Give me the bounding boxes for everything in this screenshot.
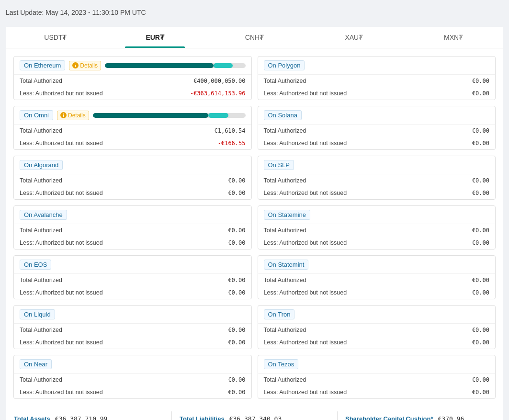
- row-label: Less: Authorized but not issued: [264, 190, 347, 196]
- chain-header-liquid: On Liquid: [14, 306, 251, 324]
- progress-fill-dark: [105, 63, 214, 68]
- row-value: €400,000,050.00: [193, 78, 245, 84]
- chain-row-ethereum-1: Less: Authorized but not issued-€363,614…: [14, 87, 251, 100]
- chain-label-algorand: On Algorand: [20, 160, 63, 170]
- chain-row-statemine-0: Total Authorized€0.00: [258, 224, 496, 237]
- row-value: €0.00: [472, 78, 489, 84]
- row-label: Less: Authorized but not issued: [20, 239, 103, 246]
- chain-card-slp: On SLPTotal Authorized€0.00Less: Authori…: [258, 156, 496, 200]
- progress-fill-dark: [93, 113, 208, 118]
- chain-card-statemint: On StatemintTotal Authorized€0.00Less: A…: [258, 255, 496, 299]
- row-value: €0.00: [228, 227, 245, 234]
- chain-label-liquid: On Liquid: [20, 309, 55, 319]
- footer-total-liabilities: Total Liabilities €36,387,340.03: [180, 415, 329, 420]
- row-value: -€363,614,153.96: [190, 90, 246, 97]
- row-label: Less: Authorized but not issued: [264, 289, 347, 296]
- left-column: On EthereumiDetailsTotal Authorized€400,…: [13, 56, 252, 399]
- total-liabilities-label: Total Liabilities: [180, 415, 225, 420]
- chain-row-ethereum-0: Total Authorized€400,000,050.00: [14, 75, 251, 87]
- row-value: €0.00: [472, 177, 489, 184]
- progress-fill-light: [214, 63, 233, 68]
- row-label: Total Authorized: [20, 376, 62, 383]
- row-label: Total Authorized: [20, 127, 62, 134]
- chain-card-statemine: On StatemineTotal Authorized€0.00Less: A…: [258, 205, 496, 250]
- chain-header-statemint: On Statemint: [258, 256, 496, 274]
- chain-header-avalanche: On Avalanche: [14, 206, 251, 224]
- chain-row-omni-1: Less: Authorized but not issued-€166.55: [14, 137, 251, 149]
- footer-divider-2: [337, 411, 338, 420]
- chain-row-tezos-1: Less: Authorized but not issued€0.00: [258, 386, 496, 398]
- tab-xaut[interactable]: XAU₮: [304, 27, 404, 48]
- tab-mxnt[interactable]: MXN₮: [404, 27, 503, 48]
- row-label: Total Authorized: [264, 327, 306, 333]
- row-value: €0.00: [472, 140, 489, 147]
- tab-usdt[interactable]: USDT₮: [6, 27, 105, 48]
- chain-row-liquid-0: Total Authorized€0.00: [14, 324, 251, 336]
- row-value: €0.00: [228, 277, 245, 284]
- chain-row-polygon-0: Total Authorized€0.00: [258, 75, 496, 87]
- chain-card-near: On NearTotal Authorized€0.00Less: Author…: [13, 355, 252, 399]
- row-label: Less: Authorized but not issued: [20, 289, 103, 296]
- row-label: Total Authorized: [20, 78, 62, 84]
- chain-header-eos: On EOS: [14, 256, 251, 274]
- chain-label-slp: On SLP: [264, 160, 294, 170]
- right-column: On PolygonTotal Authorized€0.00Less: Aut…: [258, 56, 496, 399]
- content-area: On EthereumiDetailsTotal Authorized€400,…: [6, 48, 503, 407]
- chain-header-algorand: On Algorand: [14, 156, 251, 174]
- chain-row-near-0: Total Authorized€0.00: [14, 374, 251, 386]
- chain-card-liquid: On LiquidTotal Authorized€0.00Less: Auth…: [13, 305, 252, 349]
- chain-row-tron-1: Less: Authorized but not issued€0.00: [258, 336, 496, 349]
- row-value: €0.00: [228, 239, 245, 246]
- details-text: Details: [68, 112, 86, 119]
- row-label: Total Authorized: [264, 277, 306, 284]
- progress-fill-light: [208, 113, 229, 118]
- chain-row-slp-1: Less: Authorized but not issued€0.00: [258, 187, 496, 199]
- row-value: €0.00: [472, 339, 489, 346]
- chain-label-statemint: On Statemint: [264, 260, 309, 270]
- chain-row-eos-1: Less: Authorized but not issued€0.00: [14, 286, 251, 299]
- info-icon: i: [60, 112, 67, 118]
- chain-row-algorand-1: Less: Authorized but not issued€0.00: [14, 187, 251, 199]
- row-label: Total Authorized: [20, 277, 62, 284]
- chain-row-omni-0: Total Authorized€1,610.54: [14, 125, 251, 137]
- chain-row-near-1: Less: Authorized but not issued€0.00: [14, 386, 251, 398]
- row-value: €0.00: [472, 389, 489, 396]
- chain-row-solana-1: Less: Authorized but not issued€0.00: [258, 137, 496, 149]
- row-value: €0.00: [472, 90, 489, 97]
- details-badge-omni[interactable]: iDetails: [57, 111, 89, 120]
- row-label: Less: Authorized but not issued: [20, 140, 103, 147]
- row-label: Less: Authorized but not issued: [20, 389, 103, 396]
- tab-cnht[interactable]: CNH₮: [205, 27, 305, 48]
- row-label: Less: Authorized but not issued: [20, 339, 103, 346]
- chain-header-slp: On SLP: [258, 156, 496, 174]
- row-label: Total Authorized: [264, 127, 306, 134]
- chain-card-algorand: On AlgorandTotal Authorized€0.00Less: Au…: [13, 156, 252, 200]
- row-value: €0.00: [472, 239, 489, 246]
- chain-label-avalanche: On Avalanche: [20, 210, 67, 220]
- chain-label-tezos: On Tezos: [264, 359, 299, 369]
- chain-label-eos: On EOS: [20, 260, 51, 270]
- details-badge-ethereum[interactable]: iDetails: [69, 61, 101, 70]
- row-label: Less: Authorized but not issued: [20, 90, 103, 97]
- shareholder-value: €370.96: [438, 415, 464, 420]
- total-assets-label: Total Assets: [14, 415, 50, 420]
- page-wrapper: Last Update: May 14, 2023 - 11:30:10 PM …: [0, 0, 509, 420]
- row-label: Total Authorized: [264, 177, 306, 184]
- chain-label-statemine: On Statemine: [264, 210, 311, 220]
- row-value: €0.00: [472, 376, 489, 383]
- progress-bar-ethereum: [105, 63, 245, 68]
- chain-header-ethereum: On EthereumiDetails: [14, 57, 251, 75]
- row-label: Total Authorized: [264, 227, 306, 234]
- row-label: Total Authorized: [264, 376, 306, 383]
- chain-row-eos-0: Total Authorized€0.00: [14, 274, 251, 286]
- row-value: €0.00: [228, 327, 245, 333]
- chain-card-polygon: On PolygonTotal Authorized€0.00Less: Aut…: [258, 56, 496, 100]
- chain-row-statemint-1: Less: Authorized but not issued€0.00: [258, 286, 496, 299]
- row-label: Less: Authorized but not issued: [264, 239, 347, 246]
- chain-row-statemint-0: Total Authorized€0.00: [258, 274, 496, 286]
- info-icon: i: [72, 62, 79, 68]
- chain-header-solana: On Solana: [258, 106, 496, 125]
- tab-eurt[interactable]: EUR₮: [105, 27, 205, 48]
- chain-card-ethereum: On EthereumiDetailsTotal Authorized€400,…: [13, 56, 252, 100]
- row-value: €0.00: [472, 277, 489, 284]
